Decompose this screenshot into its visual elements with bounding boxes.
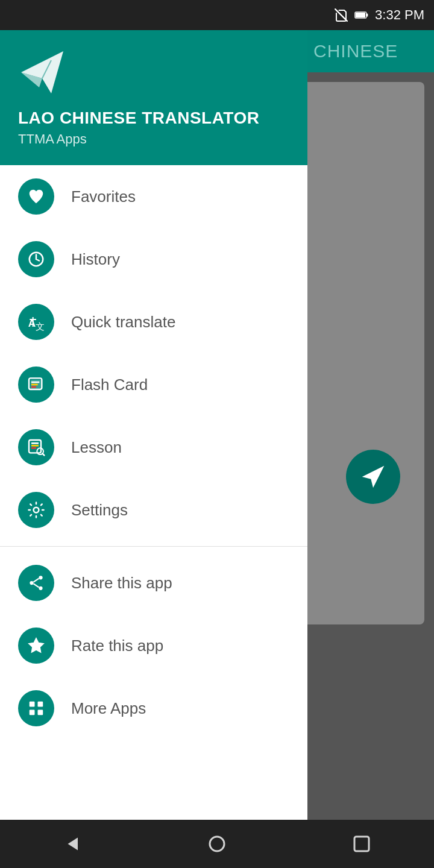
menu-item-quick-translate[interactable]: A 文 Quick translate	[0, 291, 307, 353]
bg-send-button[interactable]	[346, 450, 400, 504]
status-icons: 3:32 PM	[334, 7, 424, 23]
battery-icon	[354, 8, 369, 22]
status-time: 3:32 PM	[375, 7, 424, 23]
svg-rect-35	[354, 837, 369, 851]
send-icon	[360, 464, 386, 490]
share-label: Share this app	[71, 574, 172, 593]
history-icon-circle	[18, 241, 54, 277]
app-logo-icon	[18, 48, 66, 96]
menu-item-lesson[interactable]: Lesson	[0, 416, 307, 479]
svg-rect-2	[366, 13, 368, 16]
home-button[interactable]	[199, 826, 235, 862]
home-icon	[206, 833, 228, 855]
grid-icon	[27, 699, 45, 717]
svg-rect-31	[30, 710, 35, 715]
quick-translate-label: Quick translate	[71, 313, 175, 332]
star-icon	[27, 637, 45, 655]
drawer-header: LAO CHINESE TRANSLATOR TTMA Apps	[0, 30, 307, 165]
recent-icon	[351, 833, 373, 855]
svg-line-27	[34, 583, 39, 587]
svg-rect-32	[38, 710, 43, 715]
rate-label: Rate this app	[71, 637, 163, 655]
svg-point-25	[39, 587, 42, 590]
lesson-label: Lesson	[71, 438, 122, 457]
app-name: LAO CHINESE TRANSLATOR	[18, 108, 289, 128]
back-icon	[61, 833, 83, 855]
svg-point-23	[39, 576, 42, 579]
drawer-logo	[18, 48, 289, 96]
bg-top-title: CHINESE	[313, 41, 398, 61]
settings-icon-circle	[18, 492, 54, 528]
favorites-label: Favorites	[71, 187, 136, 206]
flashcard-icon	[27, 375, 46, 394]
share-icon-circle	[18, 565, 54, 601]
svg-rect-30	[38, 702, 43, 707]
share-icon	[27, 574, 45, 592]
svg-line-26	[34, 579, 39, 582]
lesson-icon	[27, 438, 46, 457]
sim-off-icon	[334, 8, 348, 22]
flash-card-icon-circle	[18, 366, 54, 403]
back-button[interactable]	[54, 826, 90, 862]
svg-line-21	[43, 454, 45, 456]
menu-item-rate[interactable]: Rate this app	[0, 614, 307, 677]
menu-item-share[interactable]: Share this app	[0, 552, 307, 614]
history-label: History	[71, 250, 120, 269]
quick-translate-icon-circle: A 文	[18, 304, 54, 340]
svg-rect-29	[30, 702, 35, 707]
menu-item-more-apps[interactable]: More Apps	[0, 677, 307, 740]
menu-divider	[0, 546, 307, 547]
settings-label: Settings	[71, 501, 128, 520]
translate-icon: A 文	[27, 312, 46, 332]
svg-text:文: 文	[36, 322, 45, 332]
favorites-icon-circle	[18, 178, 54, 215]
drawer-menu: Favorites History A 文 Quick	[0, 165, 307, 868]
navigation-drawer: LAO CHINESE TRANSLATOR TTMA Apps Favorit…	[0, 30, 307, 868]
flash-card-label: Flash Card	[71, 376, 148, 394]
bottom-navigation	[0, 820, 434, 868]
svg-marker-33	[68, 838, 78, 851]
svg-rect-3	[356, 13, 365, 18]
svg-point-34	[210, 837, 224, 851]
more-apps-label: More Apps	[71, 699, 146, 718]
status-bar: 3:32 PM	[0, 0, 434, 30]
svg-marker-4	[21, 51, 63, 93]
svg-point-22	[34, 508, 39, 513]
menu-item-flash-card[interactable]: Flash Card	[0, 353, 307, 416]
app-sub-name: TTMA Apps	[18, 131, 289, 147]
more-apps-icon-circle	[18, 690, 54, 726]
clock-icon	[27, 250, 45, 268]
recent-button[interactable]	[344, 826, 380, 862]
menu-item-settings[interactable]: Settings	[0, 479, 307, 541]
heart-icon	[27, 187, 45, 206]
gear-icon	[27, 501, 45, 519]
menu-item-favorites[interactable]: Favorites	[0, 165, 307, 228]
menu-item-history[interactable]: History	[0, 228, 307, 291]
lesson-icon-circle	[18, 429, 54, 465]
svg-point-24	[30, 581, 33, 585]
rate-icon-circle	[18, 627, 54, 664]
svg-marker-28	[29, 638, 44, 653]
